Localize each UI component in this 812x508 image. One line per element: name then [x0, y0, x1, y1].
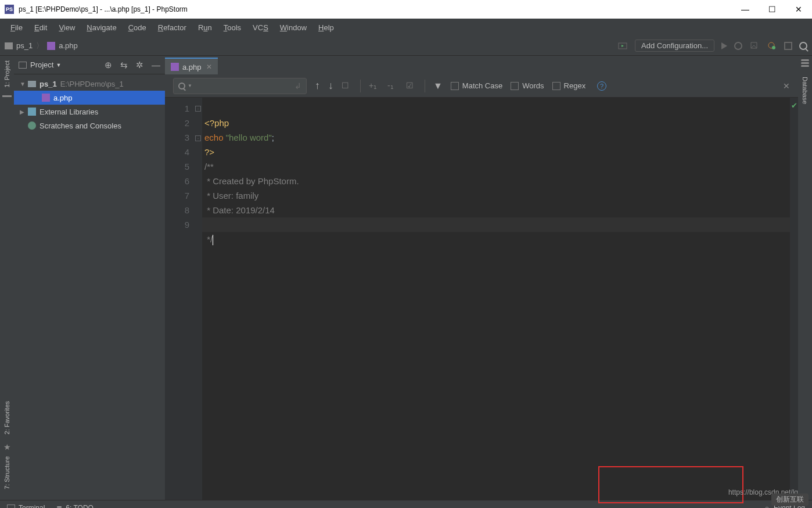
tree-external-libs[interactable]: ▶ External Libraries	[14, 105, 165, 119]
left-tool-stripe: 1: Project 2: Favorites ★ 7: Structure	[0, 56, 14, 500]
search-icon	[178, 83, 185, 90]
project-header: Project ▼ ⊕ ⇆ ✲ —	[14, 56, 165, 74]
bottom-tool-stripe: Terminal ≣6: TODO ○ Event Log	[0, 500, 812, 508]
ext-label: External Libraries	[39, 108, 98, 116]
locate-icon[interactable]: ⊕	[105, 60, 112, 70]
fold-end-icon[interactable]: -	[195, 135, 201, 141]
words-checkbox[interactable]: Words	[511, 81, 544, 90]
inspection-gutter: ✔	[790, 98, 798, 500]
folder-icon	[5, 42, 13, 49]
close-button[interactable]: ✕	[785, 0, 812, 19]
debug-button[interactable]	[734, 42, 742, 50]
menu-bar: File Edit View Navigate Code Refactor Ru…	[0, 19, 812, 36]
breadcrumb-folder[interactable]: ps_1	[16, 41, 33, 50]
menu-help[interactable]: Help	[312, 21, 340, 34]
add-selection-icon[interactable]: +₁	[369, 81, 379, 91]
app-icon: PS	[5, 5, 14, 14]
project-icon	[19, 62, 27, 69]
tab-terminal[interactable]: Terminal	[7, 504, 45, 509]
separator	[425, 80, 425, 92]
svg-point-3	[772, 46, 775, 49]
expand-icon[interactable]: ⇆	[120, 60, 128, 70]
run-target-icon[interactable]	[617, 41, 628, 51]
library-icon	[28, 108, 36, 116]
menu-refactor[interactable]: Refactor	[152, 21, 192, 34]
tab-favorites[interactable]: 2: Favorites	[3, 396, 10, 439]
scr-label: Scratches and Consoles	[39, 121, 121, 130]
menu-window[interactable]: Window	[274, 21, 312, 34]
filter-icon[interactable]: ▼	[433, 81, 443, 91]
right-tool-stripe: Database	[798, 56, 812, 500]
profile-button[interactable]	[767, 41, 777, 51]
terminal-icon	[7, 505, 15, 509]
tree-file-aphp[interactable]: a.php	[14, 91, 165, 105]
expand-arrow-icon[interactable]: ▼	[20, 81, 26, 87]
select-occurrences-icon[interactable]: ☑	[406, 81, 416, 91]
find-bar: ▼ ↲ ↑ ↓ ☐ +₁ -₁ ☑ ▼ Match Case Words Reg…	[165, 74, 798, 98]
remove-selection-icon[interactable]: -₁	[387, 81, 398, 91]
menu-view[interactable]: View	[53, 21, 81, 34]
editor: a.php ✕ ▼ ↲ ↑ ↓ ☐ +₁ -₁ ☑ ▼ Match Case W…	[165, 56, 798, 500]
collapse-arrow-icon[interactable]: ▶	[20, 109, 26, 115]
code-content[interactable]: <?php echo "hello word"; ?> /** * Create…	[202, 98, 790, 500]
php-file-icon	[171, 63, 179, 71]
fold-start-icon[interactable]: -	[195, 106, 201, 112]
tab-structure[interactable]: 7: Structure	[3, 452, 10, 494]
next-match-button[interactable]: ↓	[328, 80, 333, 92]
root-path: E:\PHPDemo\ps_1	[60, 80, 124, 88]
code-editor[interactable]: 123456789 - - <?php echo "hello word"; ?…	[165, 98, 798, 500]
text-caret	[213, 235, 213, 245]
search-input[interactable]: ▼ ↲	[173, 78, 307, 94]
select-all-icon[interactable]: ☐	[342, 81, 352, 91]
tab-project[interactable]: 1: Project	[3, 56, 10, 92]
menu-edit[interactable]: Edit	[28, 21, 53, 34]
project-tree: ▼ ps_1 E:\PHPDemo\ps_1 a.php ▶ External …	[14, 74, 165, 500]
add-configuration-button[interactable]: Add Configuration...	[635, 40, 714, 52]
project-tool-window: Project ▼ ⊕ ⇆ ✲ — ▼ ps_1 E:\PHPDemo\ps_1…	[14, 56, 165, 500]
coverage-button[interactable]	[749, 41, 760, 51]
tab-label: a.php	[182, 63, 202, 71]
run-button[interactable]	[721, 42, 727, 49]
stop-button[interactable]	[784, 42, 792, 50]
prev-match-button[interactable]: ↑	[315, 80, 320, 92]
menu-navigate[interactable]: Navigate	[81, 21, 122, 34]
tree-scratches[interactable]: Scratches and Consoles	[14, 119, 165, 133]
close-tab-icon[interactable]: ✕	[206, 63, 212, 71]
menu-run[interactable]: Run	[192, 21, 218, 34]
tab-database[interactable]: Database	[802, 72, 809, 109]
database-icon	[801, 59, 809, 69]
chevron-right-icon: 〉	[36, 41, 44, 51]
breadcrumb-file[interactable]: a.php	[59, 41, 78, 50]
php-file-icon	[42, 94, 50, 102]
svg-marker-1	[621, 45, 624, 47]
maximize-button[interactable]: ☐	[759, 0, 785, 19]
tree-root[interactable]: ▼ ps_1 E:\PHPDemo\ps_1	[14, 77, 165, 91]
star-icon: ★	[3, 442, 11, 452]
line-gutter: 123456789	[165, 98, 194, 500]
editor-tabs: a.php ✕	[165, 56, 798, 74]
menu-tools[interactable]: Tools	[218, 21, 247, 34]
file-name: a.php	[53, 94, 73, 102]
menu-file[interactable]: File	[5, 21, 28, 34]
search-dropdown-icon[interactable]: ▼	[188, 83, 192, 88]
match-case-checkbox[interactable]: Match Case	[451, 81, 502, 90]
php-file-icon	[47, 42, 55, 50]
menu-code[interactable]: Code	[123, 21, 152, 34]
window-title: ps_1 [E:\PHPDemo\ps_1] - ...\a.php [ps_1…	[19, 5, 188, 13]
tab-todo[interactable]: ≣6: TODO	[56, 504, 94, 509]
navigation-bar: ps_1 〉 a.php Add Configuration...	[0, 36, 812, 56]
close-findbar-icon[interactable]: ✕	[783, 81, 790, 91]
regex-checkbox[interactable]: Regex	[552, 81, 586, 90]
minimize-button[interactable]: —	[732, 0, 759, 19]
collapse-icon[interactable]: —	[152, 60, 160, 70]
chevron-down-icon[interactable]: ▼	[56, 62, 61, 68]
menu-vcs[interactable]: VCS	[247, 21, 274, 34]
project-title[interactable]: Project	[30, 60, 53, 69]
help-icon[interactable]: ?	[597, 81, 606, 91]
settings-icon[interactable]: ✲	[136, 60, 143, 70]
tab-aphp[interactable]: a.php ✕	[165, 58, 218, 75]
window-titlebar: PS ps_1 [E:\PHPDemo\ps_1] - ...\a.php [p…	[0, 0, 812, 19]
watermark-logo: 创新互联	[771, 493, 809, 506]
separator	[360, 80, 361, 92]
search-everywhere-icon[interactable]	[799, 42, 807, 50]
